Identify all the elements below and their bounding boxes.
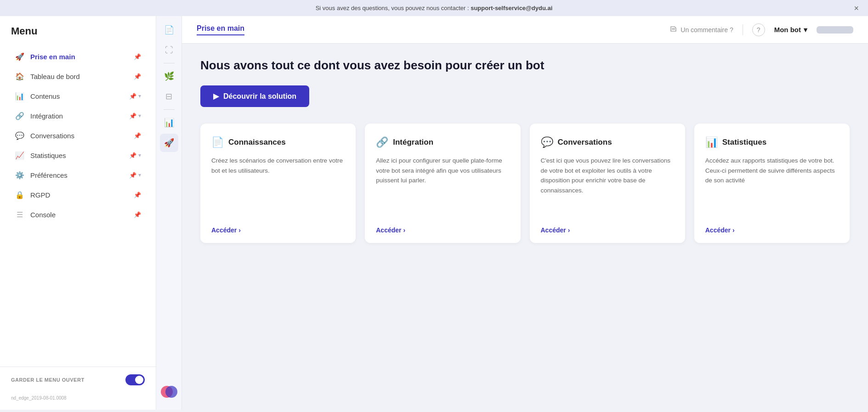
sidebar-item-statistiques[interactable]: 📈Statistiques📌▾: [4, 146, 152, 165]
pin-icon-conversations: 📌: [134, 132, 141, 139]
sidebar-item-label-prise-en-main: Prise en main: [30, 53, 131, 61]
sidebar-item-label-conversations: Conversations: [30, 132, 131, 140]
sidebar-item-contenus[interactable]: 📊Contenus📌▾: [4, 86, 152, 106]
banner-close-button[interactable]: ×: [854, 3, 859, 13]
card-integration: 🔗 Intégration Allez ici pour configurer …: [365, 124, 520, 243]
main-heading: Nous avons tout ce dont vous avez besoin…: [200, 58, 850, 73]
comment-label: Un commentaire ?: [681, 26, 733, 34]
strip-rocket-button[interactable]: 🚀: [160, 134, 178, 152]
sidebar-item-tableau-de-bord[interactable]: 🏠Tableau de bord📌: [4, 67, 152, 86]
sidebar-item-label-tableau-de-bord: Tableau de bord: [30, 73, 131, 80]
comment-button[interactable]: Un commentaire ?: [670, 26, 733, 34]
pin-icon-rgpd: 📌: [134, 192, 141, 198]
discover-button[interactable]: ▶ Découvrir la solution: [200, 85, 309, 107]
cards-row: 📄 Connaissances Créez les scénarios de c…: [200, 124, 850, 243]
pin-icon-integration: 📌: [129, 113, 136, 119]
strip-icons-container: 📄⛶🌿⊟📊🚀: [160, 21, 178, 152]
sidebar-title: Menu: [0, 25, 156, 46]
sidebar-item-preferences[interactable]: ⚙️Préférences📌▾: [4, 165, 152, 185]
rgpd-icon: 🔒: [15, 190, 25, 200]
statistiques-icon: 📈: [15, 150, 25, 160]
sidebar-item-label-integration: Intégration: [30, 112, 126, 120]
preferences-icon: ⚙️: [15, 170, 25, 180]
card-desc-conversations: C'est ici que vous pouvez lire les conve…: [541, 156, 674, 217]
card-connaissances: 📄 Connaissances Créez les scénarios de c…: [200, 124, 356, 243]
icon-strip: 📄⛶🌿⊟📊🚀: [156, 16, 182, 410]
strip-chart-button[interactable]: 📊: [160, 113, 178, 132]
card-icon-statistiques: 📊: [705, 136, 718, 148]
chevron-icon-statistiques: ▾: [138, 152, 141, 158]
main-content: Prise en main Un commentaire ? ? Mon bot…: [182, 16, 868, 410]
play-icon: ▶: [213, 92, 219, 101]
pin-icon-prise-en-main: 📌: [134, 53, 141, 60]
app-layout: Menu 🚀Prise en main📌🏠Tableau de bord📌📊Co…: [0, 16, 868, 410]
integration-icon: 🔗: [15, 111, 25, 121]
card-header-connaissances: 📄 Connaissances: [211, 136, 345, 148]
sidebar-item-console[interactable]: ☰Console📌: [4, 205, 152, 224]
help-icon: ?: [757, 26, 760, 34]
card-conversations: 💬 Conversations C'est ici que vous pouve…: [530, 124, 685, 243]
sidebar-item-prise-en-main[interactable]: 🚀Prise en main📌: [4, 47, 152, 66]
pin-icon-console: 📌: [134, 211, 141, 218]
dydu-logo-icon: [160, 383, 178, 401]
chevron-icon-integration: ▾: [138, 113, 141, 119]
svg-point-1: [165, 386, 177, 398]
header-divider: [743, 24, 743, 35]
bot-selector[interactable]: Mon bot ▾: [774, 26, 807, 34]
header-title: Prise en main: [197, 24, 244, 35]
sidebar-item-label-console: Console: [30, 211, 131, 219]
sidebar-item-label-preferences: Préférences: [30, 171, 126, 179]
card-icon-connaissances: 📄: [211, 136, 224, 148]
sidebar-item-label-statistiques: Statistiques: [30, 152, 126, 159]
card-link-integration[interactable]: Accéder ›: [376, 226, 509, 234]
discover-label: Découvrir la solution: [223, 92, 296, 101]
strip-expand-button[interactable]: ⛶: [160, 41, 178, 59]
keep-menu-toggle[interactable]: [125, 374, 145, 385]
top-banner: Si vous avez des questions, vous pouvez …: [0, 0, 868, 16]
header-action-button[interactable]: [817, 26, 853, 34]
card-title-connaissances: Connaissances: [228, 138, 286, 147]
card-header-statistiques: 📊 Statistiques: [705, 136, 839, 148]
footer-label: GARDER LE MENU OUVERT: [11, 377, 85, 383]
card-desc-statistiques: Accédez aux rapports statistiques de vot…: [705, 156, 839, 217]
card-desc-connaissances: Créez les scénarios de conversation entr…: [211, 156, 345, 217]
card-icon-integration: 🔗: [376, 136, 388, 148]
sidebar-item-integration[interactable]: 🔗Intégration📌▾: [4, 106, 152, 125]
card-desc-integration: Allez ici pour configurer sur quelle pla…: [376, 156, 509, 217]
main-body: Nous avons tout ce dont vous avez besoin…: [182, 44, 868, 410]
strip-divider-2: [164, 63, 175, 63]
pin-icon-tableau-de-bord: 📌: [134, 73, 141, 80]
strip-doc-button[interactable]: 📄: [160, 21, 178, 39]
card-header-integration: 🔗 Intégration: [376, 136, 509, 148]
tableau-de-bord-icon: 🏠: [15, 71, 25, 81]
card-link-conversations[interactable]: Accéder ›: [541, 226, 674, 234]
sidebar-item-rgpd[interactable]: 🔒RGPD📌: [4, 185, 152, 204]
sidebar-item-label-rgpd: RGPD: [30, 191, 131, 199]
menu-items-container: 🚀Prise en main📌🏠Tableau de bord📌📊Contenu…: [0, 46, 156, 225]
sidebar-item-conversations[interactable]: 💬Conversations📌: [4, 126, 152, 145]
banner-text: Si vous avez des questions, vous pouvez …: [316, 5, 471, 11]
pin-icon-statistiques: 📌: [129, 152, 136, 159]
conversations-icon: 💬: [15, 130, 25, 141]
prise-en-main-icon: 🚀: [15, 51, 25, 62]
contenus-icon: 📊: [15, 91, 25, 101]
sidebar-footer: GARDER LE MENU OUVERT: [0, 367, 156, 393]
pin-icon-preferences: 📌: [129, 172, 136, 179]
card-link-statistiques[interactable]: Accéder ›: [705, 226, 839, 234]
help-button[interactable]: ?: [752, 23, 765, 36]
banner-email: support-selfservice@dydu.ai: [471, 5, 552, 11]
strip-divider-4: [164, 109, 175, 110]
chevron-down-icon: ▾: [804, 26, 807, 34]
card-statistiques: 📊 Statistiques Accédez aux rapports stat…: [694, 124, 850, 243]
strip-tree-button[interactable]: 🌿: [160, 67, 178, 85]
pin-icon-contenus: 📌: [129, 93, 136, 100]
card-title-conversations: Conversations: [558, 138, 612, 147]
strip-layers-button[interactable]: ⊟: [160, 87, 178, 106]
chevron-icon-preferences: ▾: [138, 172, 141, 178]
card-title-integration: Intégration: [393, 138, 433, 147]
version-text: nd_edge_2019-08-01.0008: [0, 393, 156, 401]
card-header-conversations: 💬 Conversations: [541, 136, 674, 148]
card-icon-conversations: 💬: [541, 136, 553, 148]
dydu-logo-area: [160, 383, 178, 401]
card-link-connaissances[interactable]: Accéder ›: [211, 226, 345, 234]
